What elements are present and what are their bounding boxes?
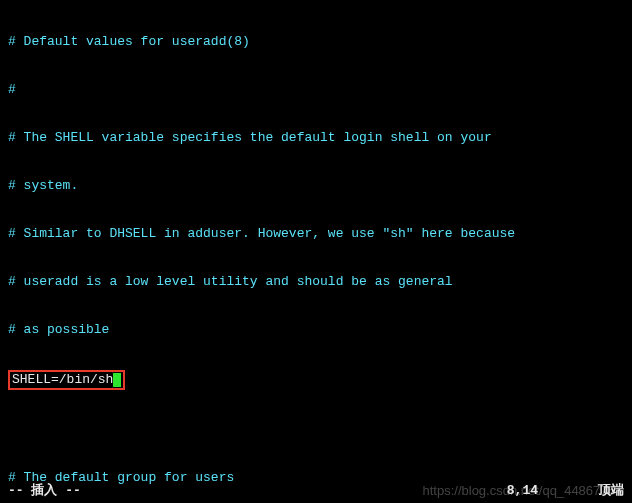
blank-line xyxy=(8,422,624,438)
shell-value: SHELL=/bin/sh xyxy=(12,372,113,387)
shell-assignment-line: SHELL=/bin/sh xyxy=(8,370,624,390)
comment-line: # xyxy=(8,82,624,98)
comment-line: # Default values for useradd(8) xyxy=(8,34,624,50)
comment-line: # The SHELL variable specifies the defau… xyxy=(8,130,624,146)
highlight-box: SHELL=/bin/sh xyxy=(8,370,125,390)
comment-line: # as possible xyxy=(8,322,624,338)
comment-line: # Similar to DHSELL in adduser. However,… xyxy=(8,226,624,242)
vim-status-bar: -- 插入 -- 8,14 顶端 xyxy=(0,483,632,499)
comment-line: # system. xyxy=(8,178,624,194)
cursor-position: 8,14 xyxy=(81,483,598,499)
terminal-editor[interactable]: # Default values for useradd(8) # # The … xyxy=(0,0,632,503)
scroll-position: 顶端 xyxy=(598,483,624,499)
cursor xyxy=(113,373,121,387)
comment-line: # useradd is a low level utility and sho… xyxy=(8,274,624,290)
vim-mode-indicator: -- 插入 -- xyxy=(8,483,81,499)
